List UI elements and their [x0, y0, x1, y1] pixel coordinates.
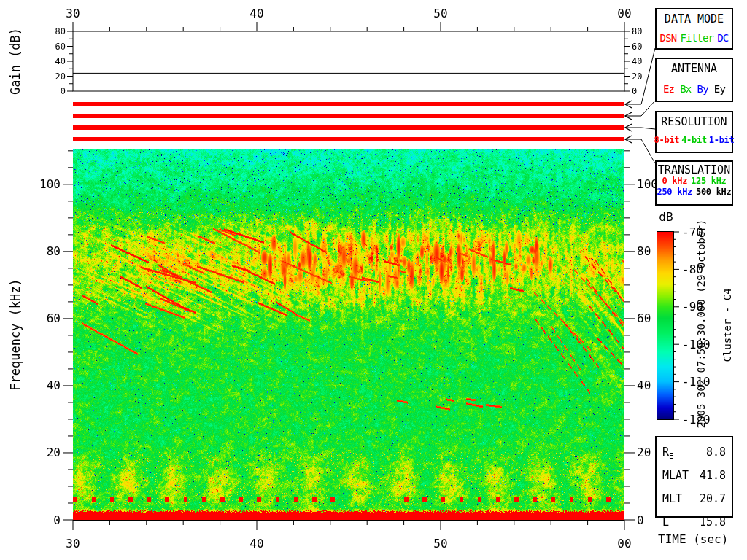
antenna-bar: [73, 114, 624, 118]
freq-tick-label: 0: [637, 513, 644, 527]
antenna-ez: Ez: [663, 83, 674, 95]
mlt-value: 20.7: [700, 489, 726, 513]
gain-tick-label: 0: [632, 86, 637, 96]
resolution-1bit: 1-bit: [709, 135, 735, 145]
freq-tick-label: 20: [637, 446, 651, 459]
datetime-label: 2005 302 07:56:30.000 (29 October): [695, 214, 710, 433]
data-mode-dc: DC: [717, 32, 728, 44]
wbd-spectrogram-display: 0020204040606080803040500000202040406060…: [0, 0, 747, 560]
antenna-by: By: [697, 83, 708, 95]
ephemeris-panel: RE 8.8 MLAT 41.8 MLT 20.7 L 15.8: [655, 436, 733, 518]
ephemeris-row: RE 8.8: [662, 443, 726, 466]
translation-500khz: 500 kHz: [696, 187, 731, 198]
data-mode-panel: DATA MODE DSN Filter DC: [655, 8, 733, 50]
axes-layer: 0020204040606080803040500000202040406060…: [0, 0, 747, 560]
freq-tick-label: 0: [53, 513, 61, 527]
ephemeris-row: MLAT 41.8: [662, 466, 726, 489]
freq-tick-label: 80: [637, 244, 651, 258]
data-mode-filter: Filter: [680, 32, 713, 44]
colorbar-unit-label: dB: [654, 210, 678, 224]
time-tick-label: 00: [617, 537, 631, 551]
panel-title: RESOLUTION: [657, 112, 732, 128]
freq-tick-label: 60: [637, 311, 651, 325]
translation-250khz: 250 kHz: [657, 187, 692, 198]
time-tick-label: 40: [249, 537, 263, 551]
pointer-connector: [641, 139, 655, 163]
resolution-panel: RESOLUTION 8-bit 4-bit 1-bit: [655, 111, 733, 153]
antenna-bx: Bx: [680, 83, 691, 95]
freq-tick-label: 20: [47, 446, 61, 459]
gain-tick-label: 60: [632, 42, 642, 52]
colorbar-border: [657, 232, 674, 420]
panel-title: DATA MODE: [657, 9, 732, 25]
re-label: R: [662, 446, 669, 459]
freq-tick-label: 60: [47, 311, 61, 325]
gain-plot-border: [73, 31, 624, 91]
translation-bar: [73, 137, 624, 141]
time-tick-label: 40: [249, 7, 263, 20]
gain-tick-label: 0: [61, 86, 66, 96]
mlat-value: 41.8: [700, 466, 726, 489]
mlt-label: MLT: [662, 492, 682, 505]
freq-tick-label: 100: [39, 177, 61, 191]
translation-panel: TRANSLATION 0 kHz 125 kHz 250 kHz 500 kH…: [655, 160, 733, 206]
ephemeris-row: L 15.8: [662, 513, 726, 536]
ephemeris-row: MLT 20.7: [662, 489, 726, 513]
data-mode-bar: [73, 102, 624, 106]
gain-tick-label: 40: [632, 56, 642, 66]
gain-tick-label: 60: [55, 42, 66, 52]
time-tick-label: 00: [617, 7, 631, 20]
pointer-connector: [641, 101, 655, 116]
panel-title: ANTENNA: [657, 59, 732, 74]
freq-tick-label: 40: [637, 378, 651, 392]
gain-tick-label: 80: [632, 26, 642, 36]
l-label: L: [662, 516, 669, 529]
gain-tick-label: 20: [632, 71, 642, 82]
time-tick-label: 50: [433, 537, 447, 551]
freq-tick-label: 80: [47, 244, 61, 258]
translation-0khz: 0 kHz: [662, 176, 687, 187]
time-tick-label: 30: [66, 537, 80, 551]
spacecraft-label: Cluster - C4: [721, 274, 736, 376]
translation-125khz: 125 kHz: [691, 176, 726, 187]
resolution-bar: [73, 125, 624, 130]
gain-tick-label: 80: [55, 26, 66, 36]
data-mode-dsn: DSN: [660, 32, 677, 44]
panel-title: TRANSLATION: [657, 162, 732, 176]
time-tick-label: 30: [66, 7, 80, 20]
antenna-ey: Ey: [714, 83, 725, 95]
freq-tick-label: 40: [47, 378, 61, 392]
mlat-label: MLAT: [662, 469, 689, 482]
pointer-connector: [641, 128, 655, 129]
antenna-panel: ANTENNA Ez Bx By Ey: [655, 58, 733, 102]
gain-tick-label: 20: [55, 71, 66, 82]
gain-axis-label: Gain (dB): [8, 1, 24, 121]
resolution-4bit: 4-bit: [681, 135, 707, 145]
l-value: 15.8: [700, 513, 726, 536]
frequency-axis-label: Frequency (kHz): [8, 269, 24, 400]
time-tick-label: 50: [433, 7, 447, 20]
gain-tick-label: 40: [55, 56, 66, 66]
resolution-8bit: 8-bit: [654, 135, 680, 145]
pointer-connector: [641, 48, 655, 104]
re-value: 8.8: [706, 443, 726, 466]
